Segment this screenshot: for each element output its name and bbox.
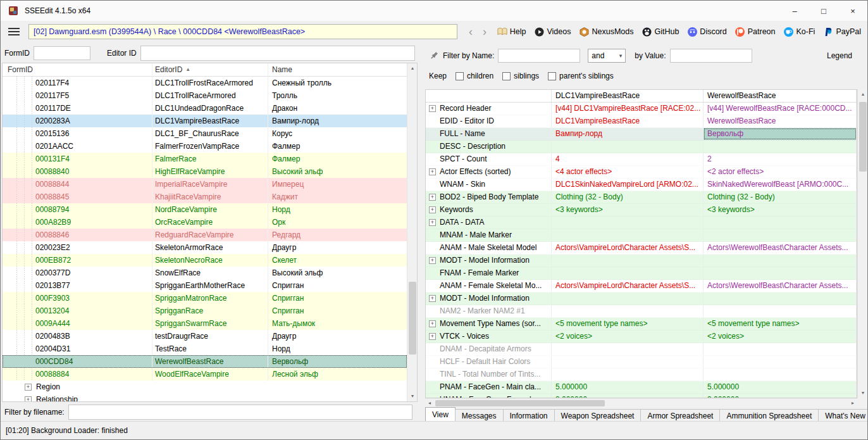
formid-column-header[interactable]: FormID [3,63,152,76]
forward-button[interactable]: › [478,25,492,38]
field-column-header[interactable] [426,90,552,102]
scroll-up-icon[interactable]: ▴ [858,89,868,99]
right-scrollbar-thumb[interactable] [859,102,867,172]
field-row[interactable]: UNAM - FaceGen - Face cl...3.0000003.000… [426,394,857,398]
record-row[interactable]: 020023E2SkeletonArmorRaceДраугр [3,241,407,254]
record-row[interactable]: 02004D31TestRaceНорд [3,343,407,355]
checkbox-icon[interactable] [502,72,511,80]
field-row[interactable]: FNAM - Female Marker [426,267,857,280]
expand-icon[interactable]: + [429,333,436,340]
keep-option-children[interactable]: children [456,72,493,80]
right-horizontal-scrollbar[interactable]: ◂ ▸ [425,398,857,407]
field-row[interactable]: +MODT - Model Information [426,292,857,305]
right-vertical-scrollbar[interactable]: ▴ ▾ [857,89,867,398]
scroll-down-icon[interactable]: ▾ [407,391,418,401]
record-row[interactable]: 000A82B9OrcRaceVampireОрк [3,216,407,229]
keep-option-parent-s-siblings[interactable]: parent's siblings [548,72,614,80]
expand-icon[interactable]: + [429,206,436,213]
toolbar-link-patreon[interactable]: Patreon [735,27,776,37]
toolbar-link-discord[interactable]: Discord [687,27,726,37]
record-row[interactable]: 0200483BtestDraugrRaceДраугр [3,330,407,343]
record-row[interactable]: 00013204SprigganRaceСпригган [3,305,407,317]
expand-icon[interactable]: + [429,105,436,112]
scroll-down-icon[interactable]: ▾ [858,388,868,398]
filter-filename-input[interactable] [68,405,412,420]
tab-view[interactable]: View [425,407,456,422]
record-row[interactable]: 0009A444SprigganSwarmRaceМать-дымок [3,317,407,330]
field-row[interactable]: SPCT - Count42 [426,153,857,166]
record-row[interactable]: 02013B77SprigganEarthMotherRaceСпригган [3,279,407,292]
expand-icon[interactable]: + [25,396,32,402]
field-row[interactable]: ANAM - Female Skeletal Mo...Actors\Vampi… [426,280,857,292]
record-row[interactable]: 000EB872SkeletonNecroRaceСкелет [3,254,407,267]
tree-node-region[interactable]: +Region [3,380,407,393]
legend-link[interactable]: Legend [827,51,852,60]
tab-ammunition-spreadsheet[interactable]: Ammunition Spreadsheet [719,409,819,422]
record-row[interactable]: 00088840HighElfRaceVampireВысокий эльф [3,165,407,178]
record-row[interactable]: 00088884WoodElfRaceVampireЛесной эльф [3,368,407,380]
record-row[interactable]: 020117F4DLC1TrollFrostRaceArmoredСнежный… [3,77,407,89]
record-row[interactable]: 02015136DLC1_BF_ChaurusRaceКорус [3,127,407,140]
field-row[interactable]: +DATA - DATA [426,217,857,229]
field-row[interactable]: +BOD2 - Biped Body TemplateClothing (32 … [426,191,857,204]
tab-what-s-new[interactable]: What's New [818,409,868,422]
keep-option-siblings[interactable]: siblings [502,72,539,80]
expand-icon[interactable]: + [429,295,436,302]
field-row[interactable]: +Keywords<3 keywords><3 keywords> [426,204,857,217]
record-row[interactable]: 00088844ImperialRaceVampireИмперец [3,178,407,191]
formid-input[interactable] [34,46,90,60]
scroll-up-icon[interactable]: ▴ [407,63,418,73]
field-row[interactable]: PNAM - FaceGen - Main cla...5.0000005.00… [426,381,857,394]
expand-icon[interactable]: + [429,194,436,201]
field-row[interactable]: +MODT - Model Information [426,255,857,267]
record-row[interactable]: 00088794NordRaceVampireНорд [3,203,407,216]
field-row[interactable]: HCLF - Default Hair Colors [426,356,857,368]
record-row[interactable]: 0200377DSnowElfRaceВысокий эльф [3,267,407,279]
werewolfbeastrace-column-header[interactable]: WerewolfBeastRace [704,90,857,102]
record-row[interactable]: 00088846RedguardRaceVampireРедгард [3,229,407,241]
back-button[interactable]: ‹ [464,25,478,38]
field-row[interactable]: DNAM - Decapitate Armors [426,343,857,356]
expand-icon[interactable]: + [429,219,436,226]
filter-value-input[interactable] [670,49,752,63]
checkbox-icon[interactable] [456,72,464,80]
field-row[interactable]: TINL - Total Number of Tints... [426,368,857,381]
field-row[interactable]: DESC - Description [426,141,857,153]
filter-operator-dropdown[interactable]: and ▾ [588,49,626,63]
horizontal-scrollbar-thumb[interactable] [435,400,605,406]
expand-icon[interactable]: + [429,168,436,175]
left-scrollbar-thumb[interactable] [409,282,416,355]
field-row[interactable]: NAM2 - Marker NAM2 #1 [426,305,857,318]
field-row[interactable]: +VTCK - Voices<2 voices><2 voices> [426,330,857,343]
toolbar-link-github[interactable]: GitHub [642,27,679,37]
breadcrumb[interactable]: [02] Dawnguard.esm (D399544A) \ Race \ 0… [28,24,457,39]
menu-icon[interactable] [8,26,20,37]
left-vertical-scrollbar[interactable]: ▴ ▾ [407,63,417,401]
record-row[interactable]: 000F3903SprigganMatronRaceСпригган [3,292,407,305]
expand-icon[interactable]: + [25,384,32,391]
toolbar-link-videos[interactable]: Videos [534,27,571,37]
field-row[interactable]: +Actor Effects (sorted)<4 actor effects>… [426,166,857,179]
vampirebeastrace-column-header[interactable]: DLC1VampireBeastRace [552,90,704,102]
toolbar-link-paypal[interactable]: PayPal [823,27,861,37]
expand-icon[interactable]: + [429,257,436,264]
tree-node-relationship[interactable]: +Relationship [3,393,407,401]
toolbar-link-help[interactable]: Help [497,27,526,37]
record-row[interactable]: 000CDD84WerewolfBeastRaceВервольф [3,355,407,368]
maximize-button[interactable]: □ [809,1,838,21]
filter-name-input[interactable] [498,49,580,63]
field-row[interactable]: WNAM - SkinDLC1SkinNakedVampireLord [ARM… [426,179,857,191]
field-row[interactable]: +Record Header[v44] DLC1VampireBeastRace… [426,103,857,115]
editorid-input[interactable] [140,46,415,61]
close-button[interactable]: × [838,1,867,21]
record-row[interactable]: 020117DEDLC1UndeadDragonRaceДракон [3,102,407,115]
field-row[interactable]: MNAM - Male Marker [426,229,857,242]
minimize-button[interactable]: – [780,1,809,21]
checkbox-icon[interactable] [548,72,556,80]
editorid-column-header[interactable]: EditorID▲ [152,63,268,76]
tab-weapon-spreadsheet[interactable]: Weapon Spreadsheet [554,409,642,422]
record-row[interactable]: 020117F5DLC1TrollRaceArmoredТролль [3,89,407,102]
field-row[interactable]: ANAM - Male Skeletal ModelActors\Vampire… [426,242,857,255]
record-row[interactable]: 000131F4FalmerRaceФалмер [3,153,407,165]
pin-icon[interactable] [429,51,439,61]
